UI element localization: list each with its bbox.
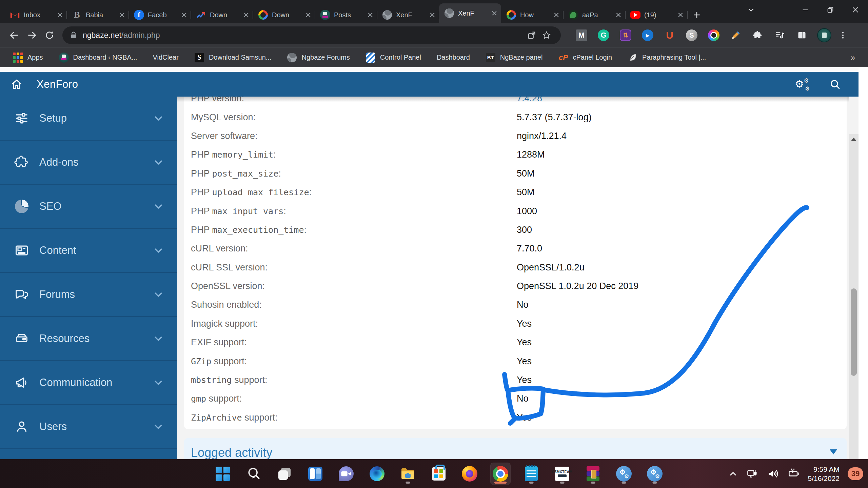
sidebar-item[interactable]: Content: [0, 229, 177, 273]
reload-button[interactable]: [41, 26, 58, 44]
profile-avatar[interactable]: [817, 28, 831, 42]
browser-tab[interactable]: XenF: [439, 3, 501, 23]
browser-tab[interactable]: How: [501, 7, 563, 23]
bookmark-item[interactable]: Apps: [13, 53, 43, 63]
tab-close-icon[interactable]: [118, 11, 126, 19]
home-button[interactable]: [9, 77, 24, 92]
taskbar-app[interactable]: [275, 463, 294, 485]
page-scrollbar[interactable]: [849, 134, 859, 488]
browser-tab[interactable]: XenF: [377, 7, 439, 23]
ublock-icon[interactable]: U: [663, 29, 676, 42]
bookmark-item[interactable]: Ngbaze Forums: [287, 53, 350, 63]
taskbar-app[interactable]: [398, 463, 418, 485]
tray-chevron-icon[interactable]: [728, 469, 738, 479]
bookmark-item[interactable]: BT NgBaze panel: [486, 53, 543, 63]
taskbar-app[interactable]: [429, 463, 449, 485]
tab-close-icon[interactable]: [304, 11, 312, 19]
browser-tab[interactable]: B Babia: [67, 7, 129, 23]
camera-extension-icon[interactable]: [707, 29, 720, 42]
address-bar[interactable]: ngbaze.net/admin.php: [62, 26, 561, 44]
tab-close-icon[interactable]: [180, 11, 188, 19]
sidebar-item[interactable]: Communication: [0, 361, 177, 405]
sidebar-item[interactable]: Forums: [0, 273, 177, 317]
taskbar-app[interactable]: G5MXTEAM: [552, 463, 572, 485]
lock-icon[interactable]: [69, 31, 78, 40]
browser-menu-button[interactable]: [836, 28, 850, 42]
clock[interactable]: 9:59 AM 5/16/2022: [808, 465, 840, 483]
video-downloader-icon[interactable]: ⇅: [619, 29, 632, 42]
scrollbar-thumb[interactable]: [851, 288, 857, 376]
tab-close-icon[interactable]: [490, 9, 498, 17]
tab-search-button[interactable]: [739, 0, 763, 20]
share-button[interactable]: [524, 28, 539, 43]
taskbar-app[interactable]: [213, 463, 233, 485]
chat-bubbles-icon: [14, 286, 30, 303]
browser-tab[interactable]: (19): [625, 7, 687, 23]
server-info-row: PHP memory_limit: 1288M: [184, 145, 847, 164]
scroll-up-arrow[interactable]: [849, 134, 859, 144]
grammarly-icon[interactable]: G: [597, 29, 610, 42]
extensions-menu-button[interactable]: [751, 29, 764, 42]
taskbar-app[interactable]: [491, 463, 510, 485]
minimize-button[interactable]: [793, 0, 818, 20]
taskbar-app[interactable]: ⚙⚙: [645, 463, 665, 485]
taskbar-app[interactable]: [244, 463, 263, 485]
chrome-icon: [492, 465, 509, 482]
battery-icon[interactable]: [787, 467, 800, 480]
admin-search-button[interactable]: [829, 79, 841, 90]
bookmark-item[interactable]: Dashboard ‹ NGBA...: [59, 53, 137, 63]
taskbar-app[interactable]: [367, 463, 387, 485]
bookmark-item[interactable]: Paraphrasing Tool |...: [628, 53, 706, 63]
snip-extension-icon[interactable]: S: [685, 29, 698, 42]
pencil-editor-icon[interactable]: [729, 29, 742, 42]
m-extension-icon[interactable]: M: [575, 29, 588, 42]
notification-badge[interactable]: 39: [848, 467, 863, 480]
browser-tab[interactable]: Posts: [315, 7, 377, 23]
browser-tab[interactable]: f Faceb: [129, 7, 191, 23]
sidebar-item[interactable]: Add-ons: [0, 141, 177, 185]
sidebar-item[interactable]: Setup: [0, 97, 177, 141]
restore-button[interactable]: [818, 0, 843, 20]
tab-close-icon[interactable]: [428, 11, 436, 19]
taskbar-app[interactable]: [305, 463, 325, 485]
back-button[interactable]: [5, 26, 23, 44]
bookmarks-overflow-chevron[interactable]: »: [851, 53, 855, 62]
bookmark-star-button[interactable]: [539, 28, 554, 43]
taskbar-app[interactable]: ⚙⚙: [614, 463, 634, 485]
forward-button[interactable]: [23, 26, 41, 44]
collapse-triangle-icon[interactable]: [830, 449, 837, 454]
bookmark-item[interactable]: VidClear: [153, 54, 179, 61]
browser-tab[interactable]: Inbox: [5, 7, 67, 23]
bookmark-item[interactable]: cP cPanel Login: [558, 53, 612, 63]
tab-close-icon[interactable]: [676, 11, 685, 19]
server-info-row: ZipArchive support: Yes: [184, 408, 847, 427]
browser-tab[interactable]: Down: [253, 7, 315, 23]
tab-close-icon[interactable]: [56, 11, 64, 19]
server-info-value: Yes: [517, 412, 532, 423]
sidebar-item[interactable]: SEO: [0, 185, 177, 229]
taskbar-app[interactable]: [583, 463, 603, 485]
tab-close-icon[interactable]: [242, 11, 250, 19]
side-panel-button[interactable]: [795, 29, 808, 42]
iq-player-icon[interactable]: ▶: [641, 29, 654, 42]
sidebar-item[interactable]: Users: [0, 405, 177, 449]
taskbar-app[interactable]: [336, 463, 356, 485]
network-icon[interactable]: [746, 468, 758, 480]
server-info-label: GZip support:: [191, 356, 517, 367]
browser-tab[interactable]: Down: [191, 7, 253, 23]
playlist-extension-icon[interactable]: [773, 29, 786, 42]
volume-icon[interactable]: [767, 468, 779, 480]
close-button[interactable]: [843, 0, 868, 20]
bookmark-item[interactable]: Control Panel: [366, 53, 421, 63]
browser-tab[interactable]: aaPa: [563, 7, 625, 23]
taskbar-app[interactable]: [460, 463, 479, 485]
tab-close-icon[interactable]: [366, 11, 374, 19]
tab-close-icon[interactable]: [614, 11, 623, 19]
bookmark-item[interactable]: S Download Samsun...: [194, 53, 272, 63]
tab-close-icon[interactable]: [552, 11, 560, 19]
bookmark-item[interactable]: Dashboard: [437, 54, 470, 61]
admin-settings-button[interactable]: ⚙⚙⚙: [795, 78, 810, 90]
taskbar-app[interactable]: [521, 463, 541, 485]
new-tab-button[interactable]: [687, 7, 706, 23]
sidebar-item[interactable]: Resources: [0, 317, 177, 361]
